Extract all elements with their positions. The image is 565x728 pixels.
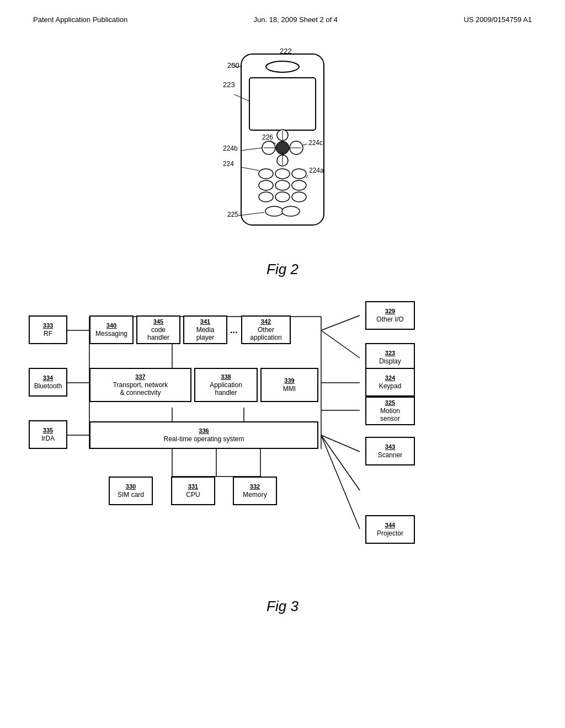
svg-point-15 — [259, 180, 273, 190]
phone-diagram: 200 222 223 226 224b 224c 224 — [194, 46, 371, 255]
ref-media-player: 341 — [200, 318, 210, 325]
ref-cpu: 331 — [188, 483, 198, 490]
box-other-io: 329 Other I/O — [365, 301, 415, 330]
svg-point-17 — [292, 180, 306, 190]
lbl-code-handler: code handler — [147, 326, 169, 341]
lbl-sim: SIM card — [118, 491, 144, 499]
ref-sim: 330 — [126, 483, 136, 490]
fig2-title: Fig 2 — [266, 261, 299, 278]
box-other-app: 342 Other application — [241, 315, 291, 344]
header-right: US 2009/0154759 A1 — [463, 15, 532, 24]
svg-text:226: 226 — [262, 133, 273, 141]
svg-point-18 — [259, 192, 273, 202]
box-motion: 325 Motion sensor — [365, 397, 415, 425]
svg-point-13 — [275, 169, 290, 179]
ref-irda: 335 — [43, 427, 53, 433]
lbl-scanner: Scanner — [378, 451, 403, 459]
box-sim: 330 SIM card — [109, 477, 153, 505]
ref-rtos: 336 — [199, 427, 209, 434]
lbl-display: Display — [379, 357, 401, 365]
ref-display: 323 — [385, 350, 395, 356]
svg-point-22 — [282, 206, 300, 216]
header-left: Patent Application Publication — [33, 15, 127, 24]
ref-transport: 337 — [135, 373, 145, 380]
lbl-bluetooth: Bluetooth — [34, 382, 62, 390]
lbl-rtos: Real-time operating system — [163, 435, 244, 443]
ref-rf: 333 — [43, 322, 53, 329]
header-center: Jun. 18, 2009 Sheet 2 of 4 — [254, 15, 338, 24]
svg-text:222: 222 — [280, 47, 292, 55]
ref-messaging: 340 — [106, 322, 116, 329]
ellipsis: ... — [230, 325, 237, 335]
lbl-other-app: Other application — [250, 326, 281, 341]
box-rf: 333 RF — [29, 315, 67, 344]
svg-text:224b: 224b — [223, 144, 238, 152]
svg-point-21 — [265, 206, 283, 216]
svg-rect-2 — [249, 78, 316, 130]
fig3-title: Fig 3 — [22, 598, 543, 615]
svg-text:224c: 224c — [308, 139, 323, 147]
lbl-app-handler: Application handler — [210, 381, 242, 397]
svg-text:224: 224 — [223, 160, 234, 168]
ref-keypad: 324 — [385, 374, 395, 381]
page: Patent Application Publication Jun. 18, … — [0, 0, 565, 728]
lbl-irda: IrDA — [41, 435, 55, 442]
box-mmi: 339 MMI — [260, 368, 318, 402]
ref-projector: 344 — [385, 522, 395, 528]
ref-code-handler: 345 — [153, 318, 163, 325]
fig2-area: 200 222 223 226 224b 224c 224 — [0, 46, 565, 278]
svg-line-59 — [321, 435, 360, 452]
lbl-motion: Motion sensor — [380, 407, 400, 422]
box-code-handler: 345 code handler — [136, 315, 180, 344]
lbl-transport: Transport, network & connectivity — [113, 381, 168, 397]
box-memory: 332 Memory — [233, 477, 277, 505]
box-cpu: 331 CPU — [171, 477, 215, 505]
ref-app-handler: 338 — [221, 373, 231, 380]
box-app-handler: 338 Application handler — [194, 368, 258, 402]
box-bluetooth: 334 Bluetooth — [29, 368, 67, 397]
lbl-keypad: Keypad — [379, 382, 402, 390]
svg-point-20 — [292, 192, 306, 202]
lbl-cpu: CPU — [186, 491, 200, 499]
svg-text:223: 223 — [223, 81, 235, 89]
box-media-player: 341 Media player — [183, 315, 227, 344]
lbl-memory: Memory — [243, 491, 266, 499]
lbl-messaging: Messaging — [95, 330, 127, 338]
fig3-area: 333 RF 334 Bluetooth 335 IrDA 340 Messag… — [0, 300, 565, 615]
lbl-other-io: Other I/O — [376, 315, 403, 323]
svg-line-61 — [321, 435, 360, 529]
box-transport: 337 Transport, network & connectivity — [89, 368, 191, 402]
ref-motion: 325 — [385, 399, 395, 406]
ref-memory: 332 — [250, 483, 260, 490]
box-keypad: 324 Keypad — [365, 368, 415, 397]
lbl-projector: Projector — [377, 529, 403, 537]
svg-point-12 — [259, 169, 273, 179]
svg-text:225: 225 — [227, 211, 238, 218]
svg-point-16 — [275, 180, 290, 190]
lbl-mmi: MMI — [283, 385, 296, 393]
box-projector: 344 Projector — [365, 515, 415, 544]
box-rtos: 336 Real-time operating system — [89, 421, 318, 449]
ref-other-app: 342 — [261, 318, 271, 325]
ref-mmi: 339 — [284, 377, 294, 384]
ref-other-io: 329 — [385, 308, 395, 314]
lbl-rf: RF — [44, 330, 52, 338]
box-scanner: 343 Scanner — [365, 437, 415, 465]
svg-text:224a: 224a — [309, 167, 324, 174]
ref-bluetooth: 334 — [43, 374, 53, 381]
ref-scanner: 343 — [385, 443, 395, 450]
svg-line-60 — [321, 435, 360, 490]
svg-line-56 — [321, 330, 360, 358]
svg-point-1 — [266, 61, 299, 72]
box-irda: 335 IrDA — [29, 420, 67, 449]
lbl-media-player: Media player — [196, 326, 215, 341]
svg-point-19 — [275, 192, 290, 202]
svg-line-55 — [321, 315, 360, 330]
diagram: 333 RF 334 Bluetooth 335 IrDA 340 Messag… — [23, 300, 542, 587]
header: Patent Application Publication Jun. 18, … — [0, 0, 565, 29]
box-messaging: 340 Messaging — [89, 315, 134, 344]
svg-point-14 — [292, 169, 306, 179]
